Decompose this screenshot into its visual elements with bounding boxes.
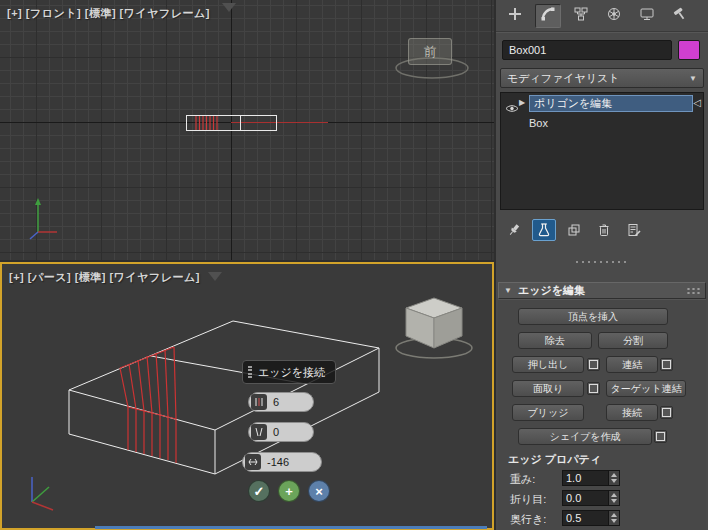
stack-toolbar [502, 217, 646, 243]
crease-input[interactable] [563, 491, 608, 505]
extrude-settings-button[interactable] [587, 358, 600, 371]
depth-input[interactable] [563, 511, 608, 525]
show-end-result-button[interactable] [532, 219, 556, 241]
trackbar-edge [95, 526, 487, 529]
connect-settings-button[interactable] [660, 406, 673, 419]
spinner-arrows-icon[interactable] [608, 511, 619, 525]
rollout-title: エッジを編集 [518, 283, 585, 298]
create-plus-icon [507, 6, 523, 26]
spinner-arrows-icon[interactable] [608, 471, 619, 485]
modifier-name-highlight[interactable]: ポリゴンを編集 [529, 95, 693, 112]
remove-button[interactable]: 除去 [518, 332, 592, 349]
object-color-swatch[interactable] [678, 40, 700, 60]
rollout-edit-edges-header[interactable]: ▼ エッジを編集 [498, 282, 706, 299]
panel-separator [496, 31, 708, 33]
configure-modifier-sets-button[interactable] [622, 219, 646, 241]
visibility-eye-icon[interactable] [505, 99, 519, 117]
slide-icon [245, 454, 261, 470]
viewcube [396, 298, 472, 358]
weld-settings-button[interactable] [660, 358, 673, 371]
spinner-arrows-icon[interactable] [608, 491, 619, 505]
chamfer-settings-button[interactable] [587, 382, 600, 395]
modifier-stack: ▶ ポリゴンを編集 ◁ Box [500, 92, 704, 210]
bridge-button[interactable]: ブリッジ [512, 404, 584, 421]
split-button[interactable]: 分割 [598, 332, 668, 349]
caddy-slide-spinner[interactable]: -146 [242, 452, 322, 472]
weight-label: 重み: [510, 472, 562, 487]
create-shape-settings-button[interactable] [654, 430, 667, 443]
tab-motion[interactable] [601, 4, 627, 28]
expand-arrow-icon[interactable]: ▶ [519, 98, 525, 107]
weld-button[interactable]: 連結 [606, 356, 658, 373]
tab-create[interactable] [502, 4, 528, 28]
connect-button[interactable]: 接続 [606, 404, 658, 421]
viewcube-front-face[interactable]: 前 [408, 38, 452, 65]
viewport-front-label[interactable]: [+] [フロント] [標準] [ワイヤフレーム] [7, 6, 210, 21]
edge-properties-title: エッジ プロパティ [508, 452, 601, 467]
3dsmax-window: 前 [+] [フロント] [標準] [ワイヤフレーム] [0, 0, 708, 530]
modifier-list-dropdown[interactable]: モディファイヤリスト ▼ [500, 68, 704, 88]
caddy-cancel-button[interactable]: × [308, 480, 330, 502]
hierarchy-icon [573, 6, 589, 26]
caddy-title-label: エッジを接続 [258, 365, 325, 380]
display-monitor-icon [639, 6, 655, 26]
extrude-button[interactable]: 押し出し [512, 356, 584, 373]
caddy-slide-value[interactable]: -146 [267, 456, 289, 468]
tab-utilities[interactable] [667, 4, 693, 28]
depth-label: 奥行き: [510, 512, 562, 527]
rollout-grip-icon [686, 287, 700, 294]
persp-wireframe [2, 264, 492, 528]
tab-modify[interactable] [535, 4, 561, 28]
pin-stack-button[interactable] [502, 219, 526, 241]
object-name-field[interactable] [502, 40, 672, 60]
insert-vertex-button[interactable]: 頂点を挿入 [518, 308, 668, 325]
chevron-down-icon: ▼ [689, 74, 697, 83]
chamfer-button[interactable]: 面取り [512, 380, 584, 397]
tab-display[interactable] [634, 4, 660, 28]
create-shape-button[interactable]: シェイプを作成 [518, 428, 652, 445]
splitter-dots [574, 260, 630, 264]
modifier-list-label: モディファイヤリスト [507, 71, 620, 86]
segments-icon [251, 394, 267, 410]
command-panel-tabs [502, 3, 693, 29]
make-unique-button[interactable] [562, 219, 586, 241]
persp-axis-tripod [32, 477, 53, 510]
motion-wheel-icon [606, 6, 622, 26]
viewport-persp-label[interactable]: [+] [パース] [標準] [ワイヤフレーム] [9, 270, 200, 285]
rollout-arrow-icon: ▼ [504, 286, 512, 295]
front-axis-tripod [30, 198, 57, 239]
caddy-ok-button[interactable]: ✓ [248, 480, 270, 502]
depth-spinner[interactable] [562, 510, 620, 526]
pinch-icon [251, 424, 267, 440]
caddy-apply-button[interactable]: + [278, 480, 300, 502]
caddy-title-bar[interactable]: エッジを接続 [242, 360, 336, 384]
command-panel: モディファイヤリスト ▼ ▶ ポリゴンを編集 ◁ Box [496, 0, 708, 530]
crease-spinner[interactable] [562, 490, 620, 506]
modifier-stack-item-box[interactable]: Box [529, 117, 548, 129]
caddy-segments-spinner[interactable]: 6 [248, 392, 314, 412]
viewport-perspective[interactable]: エッジを接続 6 0 -146 ✓ + × [+] [パース] [標準] [ワイ… [0, 262, 494, 530]
caddy-pinch-spinner[interactable]: 0 [248, 422, 314, 442]
weight-input[interactable] [563, 471, 608, 485]
panel-splitter[interactable] [496, 258, 708, 266]
crease-label: 折り目: [510, 492, 562, 507]
caddy-pinch-value[interactable]: 0 [273, 426, 279, 438]
weight-spinner[interactable] [562, 470, 620, 486]
caddy-segments-value[interactable]: 6 [273, 396, 279, 408]
viewcube-front-label: 前 [424, 43, 437, 61]
tab-hierarchy[interactable] [568, 4, 594, 28]
caddy-grip-icon[interactable] [248, 366, 252, 378]
modify-curve-icon [540, 6, 556, 26]
utilities-hammer-icon [672, 6, 688, 26]
target-weld-button[interactable]: ターゲット連結 [606, 380, 686, 397]
viewport-front[interactable]: 前 [+] [フロント] [標準] [ワイヤフレーム] [0, 0, 494, 260]
remove-modifier-button[interactable] [592, 219, 616, 241]
modifier-stack-item-editpoly[interactable]: ▶ ポリゴンを編集 ◁ [501, 95, 703, 112]
stack-corner-icon[interactable]: ◁ [693, 97, 701, 108]
